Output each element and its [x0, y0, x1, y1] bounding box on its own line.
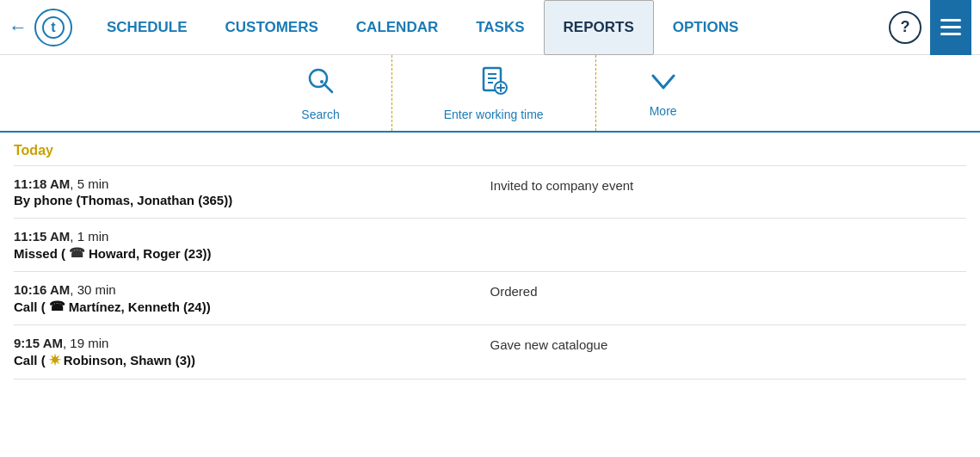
nav-schedule[interactable]: SCHEDULE	[88, 0, 206, 55]
nav-tasks[interactable]: TASKS	[457, 0, 543, 55]
activity-note-1: Invited to company event	[490, 176, 967, 193]
time-bold-2: 11:15 AM	[14, 229, 70, 244]
activity-left-1: 11:18 AM, 5 min By phone (Thomas, Jonath…	[14, 176, 490, 207]
activity-note-4: Gave new catalogue	[490, 336, 967, 352]
time-bold-3: 10:16 AM	[14, 282, 70, 297]
nav-reports[interactable]: REPORTS	[544, 0, 654, 55]
activity-desc-2: Missed (☎ Howard, Roger (23))	[14, 245, 490, 261]
sun-icon: ✷	[49, 352, 60, 368]
table-row: 9:15 AM, 19 min Call (✷ Robinson, Shawn …	[14, 325, 966, 380]
missed-phone-icon: ☎	[69, 245, 85, 261]
svg-text:t: t	[51, 20, 56, 34]
search-label: Search	[301, 108, 339, 121]
enter-working-time-toolbar-item[interactable]: Enter working time	[392, 55, 596, 131]
search-toolbar-item[interactable]: Search	[250, 55, 391, 131]
hamburger-line-2	[940, 26, 961, 28]
table-row: 11:18 AM, 5 min By phone (Thomas, Jonath…	[14, 166, 966, 219]
activity-left-2: 11:15 AM, 1 min Missed (☎ Howard, Roger …	[14, 229, 490, 261]
activity-time-1: 11:18 AM, 5 min	[14, 176, 490, 191]
time-bold-4: 9:15 AM	[14, 336, 63, 350]
activity-desc-1: By phone (Thomas, Jonathan (365))	[14, 193, 490, 207]
activity-time-3: 10:16 AM, 30 min	[14, 282, 490, 297]
logo: t	[34, 9, 72, 46]
activity-time-2: 11:15 AM, 1 min	[14, 229, 490, 244]
help-button[interactable]: ?	[889, 11, 921, 44]
nav-right: ?	[889, 0, 971, 55]
menu-button[interactable]	[930, 0, 971, 55]
activity-desc-3: Call (☎ Martínez, Kenneth (24))	[14, 299, 490, 314]
toolbar: Search Enter working time More	[0, 55, 980, 133]
more-toolbar-item[interactable]: More	[596, 55, 730, 131]
back-button[interactable]: ←	[9, 16, 28, 39]
nav-customers[interactable]: CUSTOMERS	[206, 0, 337, 55]
table-row: 11:15 AM, 1 min Missed (☎ Howard, Roger …	[14, 219, 966, 272]
activity-note-2	[490, 229, 967, 231]
content-area: Today 11:18 AM, 5 min By phone (Thomas, …	[0, 133, 980, 380]
activity-left-4: 9:15 AM, 19 min Call (✷ Robinson, Shawn …	[14, 336, 490, 368]
nav-calendar[interactable]: CALENDAR	[337, 0, 457, 55]
nav-links: SCHEDULE CUSTOMERS CALENDAR TASKS REPORT…	[88, 0, 889, 55]
svg-point-4	[320, 80, 324, 83]
document-plus-icon	[478, 65, 509, 102]
time-bold-1: 11:18 AM	[14, 176, 70, 191]
section-today-title: Today	[14, 133, 966, 166]
hamburger-line-1	[940, 19, 961, 22]
top-nav: ← t SCHEDULE CUSTOMERS CALENDAR TASKS RE…	[0, 0, 980, 55]
activity-note-3: Ordered	[490, 282, 967, 299]
more-label: More	[650, 104, 677, 118]
search-icon	[305, 65, 336, 102]
svg-line-3	[324, 84, 332, 92]
table-row: 10:16 AM, 30 min Call (☎ Martínez, Kenne…	[14, 272, 966, 325]
chevron-down-icon	[648, 69, 679, 99]
activity-time-4: 9:15 AM, 19 min	[14, 336, 490, 350]
enter-working-time-label: Enter working time	[444, 108, 544, 121]
call-phone-icon-3: ☎	[49, 299, 65, 314]
activity-desc-4: Call (✷ Robinson, Shawn (3))	[14, 352, 490, 368]
activity-left-3: 10:16 AM, 30 min Call (☎ Martínez, Kenne…	[14, 282, 490, 314]
hamburger-line-3	[940, 33, 961, 35]
nav-options[interactable]: OPTIONS	[654, 0, 758, 55]
